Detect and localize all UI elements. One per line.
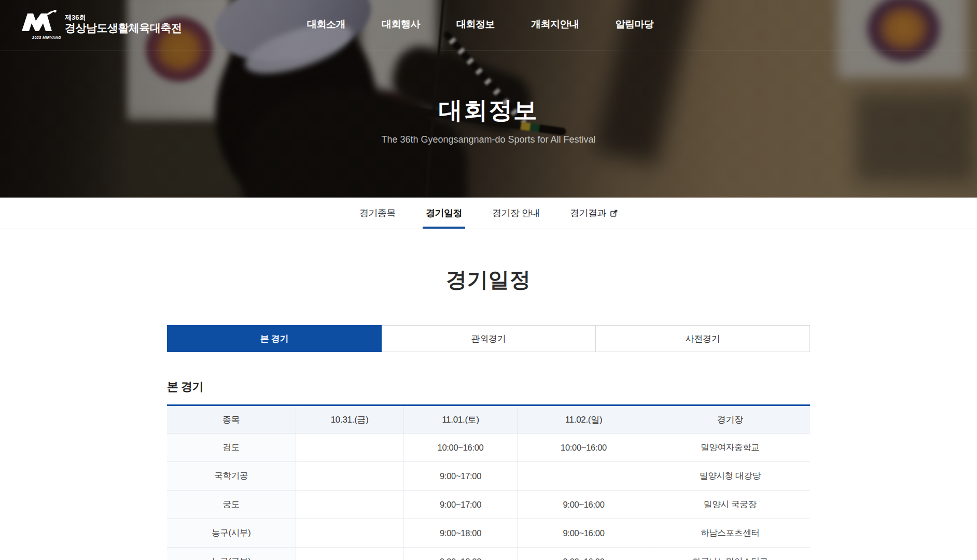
site-logo[interactable]: 2025 MIRYANG 제36회 경상남도생활체육대축전 [20,9,182,39]
cell-venue: 밀양여자중학교 [650,433,810,462]
table-row: 농구(시부) 9:00~18:00 9:00~16:00 하남스포츠센터 [167,519,810,548]
logo-mark-caption: 2025 MIRYANG [32,36,61,39]
main-content: 경기일정 본 경기 관외경기 사전경기 본 경기 종목 10.31.(금) 11… [167,265,810,560]
nav-item-hostcity[interactable]: 개최지안내 [531,18,579,31]
cell-time [296,433,403,462]
logo-text: 제36회 경상남도생활체육대축전 [65,14,182,34]
page-title: 경기일정 [167,265,810,294]
cell-time: 9:00~18:00 [403,519,517,548]
tab-outside-games[interactable]: 관외경기 [381,325,596,352]
cell-venue: 하남스포츠센터 [650,519,810,548]
cell-time: 9:00~16:00 [518,491,650,519]
schedule-table: 종목 10.31.(금) 11.01.(토) 11.02.(일) 경기장 검도 … [167,404,810,560]
cell-time: 10:00~16:00 [518,433,650,462]
cell-time: 9:00~18:00 [403,548,517,560]
cell-sport: 궁도 [167,491,296,519]
cell-sport: 국학기공 [167,462,296,491]
table-row: 검도 10:00~16:00 10:00~16:00 밀양여자중학교 [167,433,810,462]
logo-title: 경상남도생활체육대축전 [65,22,182,34]
logo-edition-badge: 제36회 [65,14,182,22]
subnav-item-label: 경기장 안내 [492,207,540,219]
col-header-sport: 종목 [167,405,296,433]
cell-time [296,491,403,519]
tab-pre-games[interactable]: 사전경기 [595,325,810,352]
cell-sport: 농구(시부) [167,519,296,548]
subnav-item-label: 경기일정 [426,207,462,219]
cell-sport: 검도 [167,433,296,462]
hero-banner: 2025 MIRYANG 제36회 경상남도생활체육대축전 대회소개 대회행사 … [0,0,977,198]
tab-main-games[interactable]: 본 경기 [167,325,382,352]
site-header: 2025 MIRYANG 제36회 경상남도생활체육대축전 대회소개 대회행사 … [0,0,977,49]
table-row: 농구(군부) 9:00~18:00 9:00~16:00 한국나노마이스터고 [167,548,810,560]
col-header-sat: 11.01.(토) [403,405,517,433]
global-nav: 대회소개 대회행사 대회정보 개최지안내 알림마당 [307,0,654,49]
cell-time: 9:00~17:00 [403,491,517,519]
section-subnav: 경기종목 경기일정 경기장 안내 경기결과 [0,198,977,229]
subnav-item-label: 경기결과 [570,207,606,219]
hero-subtitle: The 36th Gyeongsangnam-do Sports for All… [0,134,977,145]
cell-time [296,519,403,548]
col-header-fri: 10.31.(금) [296,405,403,433]
table-row: 궁도 9:00~17:00 9:00~16:00 밀양시 국궁장 [167,491,810,519]
cell-time: 10:00~16:00 [403,433,517,462]
cell-time: 9:00~17:00 [403,462,517,491]
subnav-item-results[interactable]: 경기결과 [570,198,618,229]
col-header-sun: 11.02.(일) [518,405,650,433]
schedule-type-tabs: 본 경기 관외경기 사전경기 [167,325,810,352]
external-link-icon [610,209,618,217]
table-row: 국학기공 9:00~17:00 밀양시청 대강당 [167,462,810,491]
col-header-venue: 경기장 [650,405,810,433]
cell-time [296,548,403,560]
subnav-item-venues[interactable]: 경기장 안내 [492,198,540,229]
cell-time [518,462,650,491]
cell-sport: 농구(군부) [167,548,296,560]
subnav-item-schedule[interactable]: 경기일정 [426,198,462,229]
subnav-item-label: 경기종목 [359,207,396,219]
nav-item-intro[interactable]: 대회소개 [307,18,345,31]
cell-venue: 한국나노마이스터고 [650,548,810,560]
nav-item-events[interactable]: 대회행사 [382,18,420,31]
schedule-section-title: 본 경기 [167,379,810,395]
logo-mark-icon: 2025 MIRYANG [20,9,58,39]
table-header-row: 종목 10.31.(금) 11.01.(토) 11.02.(일) 경기장 [167,405,810,433]
hero-text-block: 대회정보 The 36th Gyeongsangnam-do Sports fo… [0,94,977,145]
hero-page-title: 대회정보 [0,94,977,127]
nav-item-info[interactable]: 대회정보 [456,18,495,31]
cell-time: 9:00~16:00 [518,548,650,560]
cell-time: 9:00~16:00 [518,519,650,548]
nav-item-notice[interactable]: 알림마당 [616,18,654,31]
cell-venue: 밀양시 국궁장 [650,491,810,519]
subnav-item-sports[interactable]: 경기종목 [359,198,396,229]
cell-venue: 밀양시청 대강당 [650,462,810,491]
cell-time [296,462,403,491]
